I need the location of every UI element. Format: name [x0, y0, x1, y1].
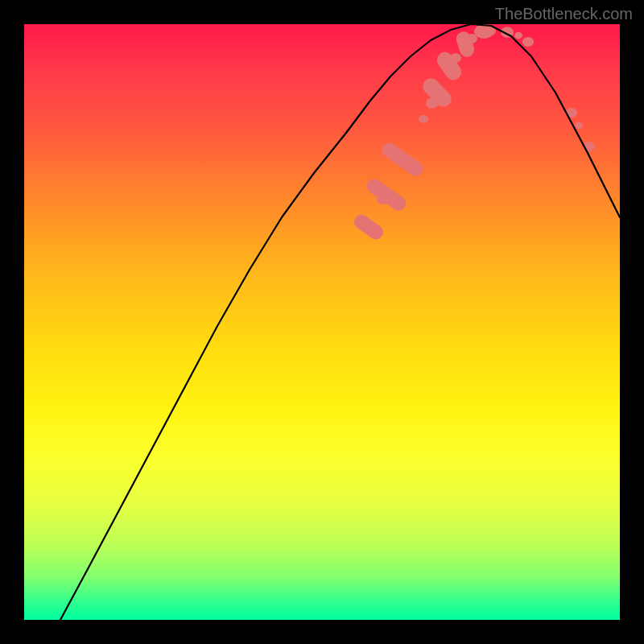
curve-marker-dot — [450, 53, 461, 63]
chart-svg — [24, 24, 620, 620]
curve-marker-bar — [434, 49, 464, 84]
watermark-text: TheBottleneck.com — [495, 5, 633, 23]
curve-marker-dot — [431, 93, 441, 101]
curve-marker-dot — [419, 115, 428, 123]
curve-marker-dot — [522, 37, 534, 47]
curve-marker-bar — [351, 212, 386, 242]
bottleneck-curve-path — [60, 24, 620, 620]
plot-area — [24, 24, 620, 620]
markers-group — [351, 24, 595, 242]
curve-marker-bar — [364, 176, 408, 213]
curve-marker-dot — [575, 122, 583, 130]
curve-marker-bar — [379, 140, 426, 179]
curve-marker-dot — [514, 32, 522, 39]
